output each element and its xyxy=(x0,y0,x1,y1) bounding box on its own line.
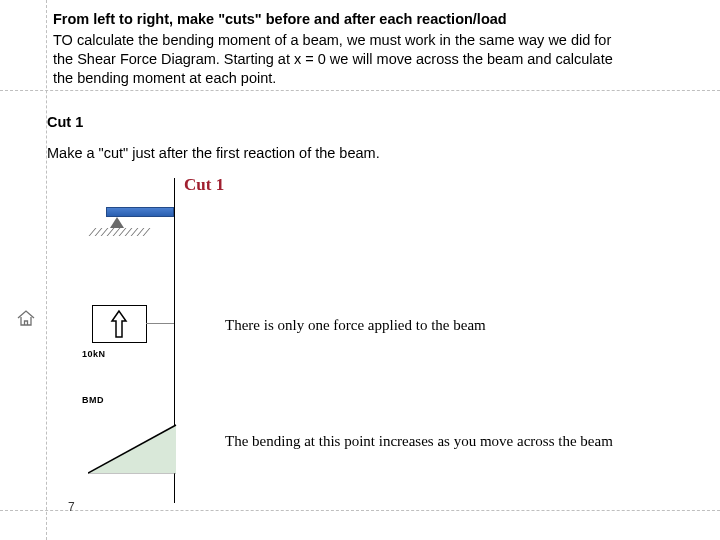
shear-axis xyxy=(146,323,174,324)
shear-force-region: 10kN xyxy=(78,305,183,365)
title-body: TO calculate the bending moment of a bea… xyxy=(53,31,633,88)
placeholder-guide-bottom xyxy=(0,510,720,511)
home-icon xyxy=(16,309,36,327)
bmd-region: BMD xyxy=(78,395,193,505)
page-number: 7 xyxy=(68,500,75,514)
beam-support xyxy=(88,207,174,229)
arrow-up-icon xyxy=(106,309,132,339)
title-heading: From left to right, make "cuts" before a… xyxy=(53,10,633,29)
force-label: 10kN xyxy=(82,349,106,359)
cut-label: Cut 1 xyxy=(47,114,83,130)
cut-title: Cut 1 xyxy=(184,175,224,195)
beam-icon xyxy=(106,207,174,217)
note-2: The bending at this point increases as y… xyxy=(225,432,625,452)
pin-support-icon xyxy=(110,217,124,228)
beam-diagram: 10kN BMD xyxy=(78,195,193,510)
ground-hatch-icon xyxy=(88,228,158,236)
placeholder-guide-vertical xyxy=(46,0,47,540)
cut-description: Make a "cut" just after the first reacti… xyxy=(47,145,380,161)
note-1: There is only one force applied to the b… xyxy=(225,317,625,334)
title-block: From left to right, make "cuts" before a… xyxy=(53,10,633,87)
bmd-plot-icon xyxy=(88,415,183,495)
slide: From left to right, make "cuts" before a… xyxy=(0,0,720,540)
bmd-label: BMD xyxy=(82,395,104,405)
placeholder-guide-top xyxy=(0,90,720,91)
